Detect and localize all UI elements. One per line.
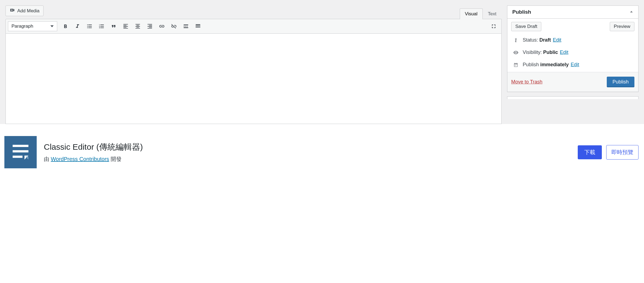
plugin-meta: Classic Editor (傳統編輯器) 由 WordPress Contr…	[44, 142, 571, 163]
svg-rect-8	[198, 25, 199, 26]
link-button[interactable]	[156, 21, 167, 32]
editor-sidebar: Publish Save Draft Preview Status: Draft	[507, 5, 639, 124]
svg-rect-7	[197, 25, 198, 26]
svg-rect-4	[184, 27, 188, 28]
svg-rect-11	[197, 27, 198, 28]
edit-visibility-link[interactable]: Edit	[560, 50, 568, 55]
svg-rect-9	[200, 25, 200, 26]
edit-schedule-link[interactable]: Edit	[571, 62, 579, 67]
editor-toolbar: Paragraph	[5, 19, 502, 34]
svg-rect-2	[185, 26, 186, 27]
align-center-button[interactable]	[132, 21, 143, 32]
editor-mode-tabs: Visual Text	[460, 8, 502, 19]
plugin-header: Classic Editor (傳統編輯器) 由 WordPress Contr…	[0, 124, 644, 174]
publish-box-header: Publish	[507, 6, 638, 19]
svg-rect-16	[13, 156, 22, 158]
svg-rect-1	[184, 26, 185, 27]
svg-rect-15	[13, 150, 28, 152]
plugin-icon	[4, 136, 37, 168]
plugin-byline: 由 WordPress Contributors 開發	[44, 155, 571, 163]
plugin-actions: 下載 即時預覽	[578, 145, 639, 160]
save-draft-button[interactable]: Save Draft	[511, 22, 541, 31]
publish-box-title: Publish	[512, 9, 531, 15]
tab-text[interactable]: Text	[483, 8, 502, 19]
toolbar-toggle-button[interactable]	[192, 21, 203, 32]
add-media-button[interactable]: Add Media	[5, 5, 44, 16]
eye-icon	[513, 50, 519, 55]
svg-rect-0	[184, 25, 188, 25]
download-button[interactable]: 下載	[578, 145, 602, 159]
add-media-label: Add Media	[17, 8, 39, 14]
unlink-button[interactable]	[168, 21, 179, 32]
plugin-author-link[interactable]: WordPress Contributors	[51, 156, 109, 162]
align-right-button[interactable]	[144, 21, 155, 32]
publish-box: Publish Save Draft Preview Status: Draft	[507, 5, 639, 92]
align-left-button[interactable]	[120, 21, 131, 32]
svg-rect-12	[198, 27, 199, 28]
italic-button[interactable]	[72, 21, 83, 32]
tab-visual[interactable]: Visual	[460, 8, 483, 19]
editor-main: Add Media Visual Text Paragraph	[5, 5, 502, 124]
editor-screenshot-area: Add Media Visual Text Paragraph	[0, 0, 644, 124]
svg-rect-3	[187, 26, 188, 27]
blockquote-button[interactable]	[108, 21, 119, 32]
live-preview-button[interactable]: 即時預覽	[606, 145, 639, 160]
collapse-toggle-icon[interactable]	[629, 10, 633, 15]
editor-top-bar: Add Media Visual Text	[5, 5, 502, 19]
schedule-row: Publish immediately Edit	[511, 59, 634, 71]
camera-music-icon	[10, 7, 15, 14]
numbered-list-button[interactable]	[96, 21, 107, 32]
status-row: Status: Draft Edit	[511, 34, 634, 46]
move-to-trash-link[interactable]: Move to Trash	[511, 79, 542, 85]
next-postbox-peek	[507, 96, 639, 99]
svg-rect-6	[196, 25, 197, 26]
document-icon	[8, 140, 33, 164]
publish-button[interactable]: Publish	[607, 77, 634, 87]
svg-rect-13	[200, 27, 200, 28]
editor-content-area[interactable]	[5, 34, 502, 124]
preview-button[interactable]: Preview	[610, 22, 634, 31]
svg-rect-10	[196, 27, 197, 28]
visibility-row: Visibility: Public Edit	[511, 46, 634, 59]
plugin-title: Classic Editor (傳統編輯器)	[44, 142, 571, 153]
calendar-icon	[513, 62, 519, 67]
fullscreen-button[interactable]	[488, 21, 499, 32]
edit-status-link[interactable]: Edit	[553, 37, 561, 43]
key-icon	[513, 38, 519, 43]
format-select[interactable]: Paragraph	[8, 21, 57, 31]
read-more-button[interactable]	[180, 21, 191, 32]
svg-rect-14	[13, 145, 28, 147]
svg-rect-5	[196, 24, 200, 25]
bullet-list-button[interactable]	[84, 21, 95, 32]
bold-button[interactable]	[60, 21, 71, 32]
